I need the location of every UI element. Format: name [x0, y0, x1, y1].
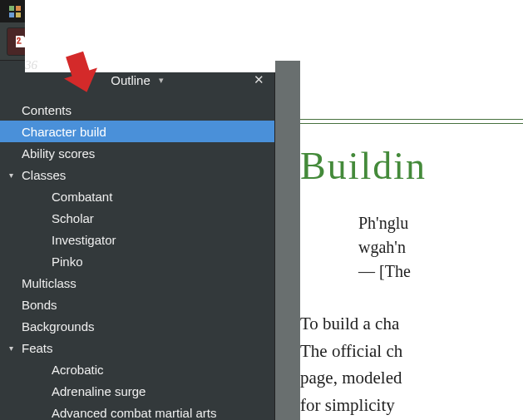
chevron-down-icon[interactable]: ▾	[159, 75, 164, 86]
outline-item-label: Scholar	[33, 211, 264, 225]
outline-item[interactable]: ▾Classes18	[0, 164, 274, 185]
outline-tree: Contents4Character build13Ability scores…	[0, 99, 274, 420]
outline-item[interactable]: Investigator22	[0, 229, 274, 250]
outline-item[interactable]: Ability scores16	[0, 142, 274, 164]
outline-item-label: Investigator	[33, 233, 264, 247]
outline-item[interactable]: Contents4	[0, 99, 274, 121]
activities-icon	[8, 5, 22, 18]
outline-item[interactable]: Pinko24	[0, 250, 274, 272]
outline-item[interactable]: Backgrounds31	[0, 315, 274, 337]
side-panel: Outline ▾ ✕ Contents4Character build13Ab…	[0, 61, 275, 420]
outline-item-label: Backgrounds	[18, 319, 264, 334]
outline-item-label: Feats	[18, 341, 264, 355]
outline-item-label: Multiclass	[18, 276, 264, 290]
outline-item-label: Classes	[18, 168, 264, 182]
outline-item[interactable]: Advanced combat martial arts36	[0, 402, 274, 420]
outline-item-label: Adrenaline surge	[33, 384, 264, 398]
side-panel-title: Outline	[111, 73, 150, 87]
svg-rect-2	[9, 12, 14, 17]
outline-item[interactable]: Acrobatic36	[0, 358, 274, 380]
main-area: Outline ▾ ✕ Contents4Character build13Ab…	[0, 61, 523, 420]
svg-rect-1	[16, 6, 21, 11]
page-content: Buildin Ph'nglu wgah'n — [The To build a…	[300, 61, 523, 420]
outline-item[interactable]: Character build13	[0, 121, 274, 142]
heading-rule	[300, 119, 523, 120]
page-heading: Buildin	[300, 144, 523, 188]
collapse-icon[interactable]: ▾	[3, 170, 18, 180]
heading-rule	[300, 123, 523, 124]
outline-item[interactable]: Multiclass27	[0, 272, 274, 294]
epigraph: Ph'nglu wgah'n — [The	[358, 211, 523, 284]
close-sidepanel-button[interactable]: ✕	[254, 72, 264, 87]
outline-item-label: Pinko	[33, 254, 264, 269]
outline-item[interactable]: Bonds28	[0, 294, 274, 315]
outline-item-label: Acrobatic	[33, 363, 264, 377]
outline-item[interactable]: Adrenaline surge36	[0, 380, 274, 402]
outline-item-label: Combatant	[33, 190, 264, 204]
outline-item[interactable]: ▾Feats36	[0, 337, 274, 358]
document-view[interactable]: Buildin Ph'nglu wgah'n — [The To build a…	[275, 61, 523, 420]
body-text: To build a cha The official ch page, mod…	[300, 310, 523, 420]
outline-item-label: Ability scores	[18, 146, 264, 161]
outline-item-label: Character build	[18, 125, 264, 139]
outline-item-label: Contents	[18, 103, 264, 117]
collapse-icon[interactable]: ▾	[3, 343, 18, 353]
svg-rect-3	[16, 12, 21, 17]
svg-rect-0	[9, 6, 14, 11]
outline-item-label: Bonds	[18, 298, 264, 312]
outline-item[interactable]: Combatant18	[0, 185, 274, 207]
outline-item-label: Advanced combat martial arts	[33, 406, 264, 420]
outline-item[interactable]: Scholar20	[0, 207, 274, 229]
